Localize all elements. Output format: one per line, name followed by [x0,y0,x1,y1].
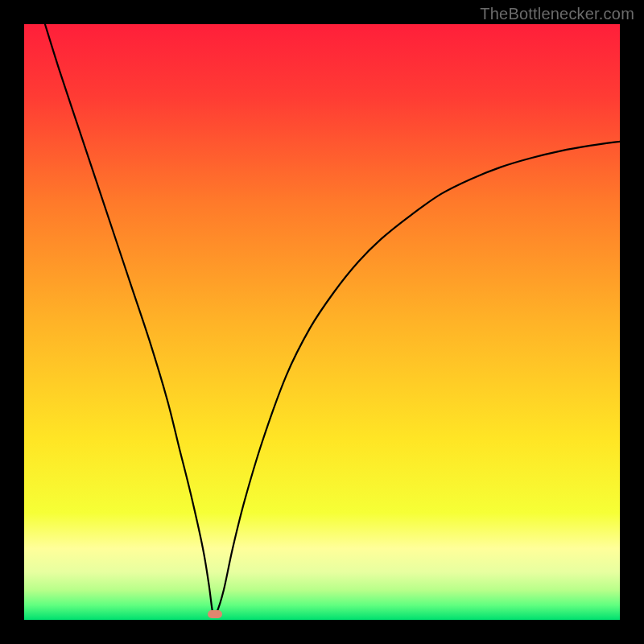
optimal-point-marker [208,610,222,618]
plot-area [24,24,620,620]
bottleneck-curve [24,24,620,620]
chart-frame: TheBottlenecker.com [0,0,644,644]
watermark-text: TheBottlenecker.com [480,5,634,23]
